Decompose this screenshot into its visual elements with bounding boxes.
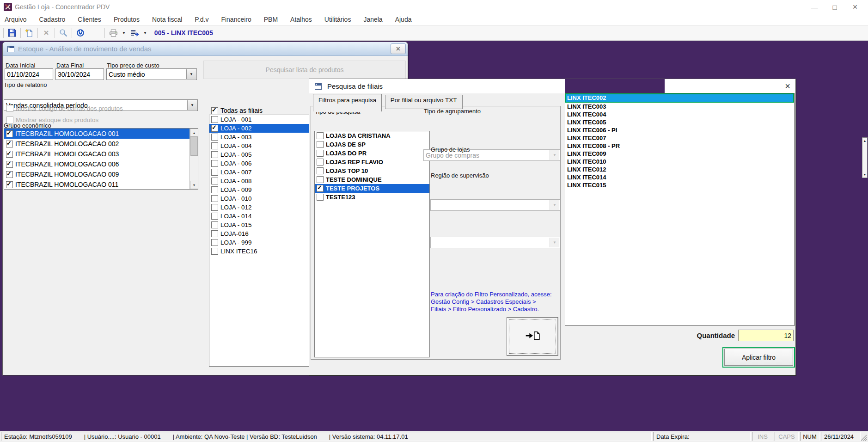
estoque-title-bar[interactable]: Estoque - Análise de movimento de vendas bbox=[3, 42, 408, 56]
menu-item[interactable]: Janela bbox=[363, 16, 382, 23]
data-final-field[interactable]: 30/10/2024 bbox=[55, 68, 104, 80]
checkbox[interactable] bbox=[211, 151, 218, 158]
checkbox[interactable] bbox=[211, 239, 218, 246]
checkbox[interactable] bbox=[211, 107, 218, 114]
menu-item[interactable]: Ajuda bbox=[395, 16, 412, 23]
list-item[interactable]: TESTE DOMINIQUE bbox=[315, 175, 429, 184]
menu-item[interactable]: Utilitários bbox=[324, 16, 351, 23]
list-item[interactable]: LINX ITEC006 - PI bbox=[565, 126, 794, 134]
list-item[interactable]: LINX ITEC015 bbox=[565, 181, 794, 189]
list-item[interactable]: LINX ITEC008 - PR bbox=[565, 142, 794, 150]
list-item[interactable]: LINX ITEC002 bbox=[565, 93, 794, 103]
menu-item[interactable]: Cadastro bbox=[39, 16, 65, 23]
print-icon[interactable] bbox=[106, 27, 120, 39]
menu-item[interactable]: Produtos bbox=[114, 16, 140, 23]
list-item[interactable]: LOJAS TOP 10 bbox=[315, 166, 429, 175]
checkbox[interactable] bbox=[6, 141, 13, 147]
checkbox[interactable] bbox=[211, 116, 218, 123]
list-item[interactable]: LINX ITEC007 bbox=[565, 134, 794, 142]
close-icon[interactable]: × bbox=[846, 0, 864, 14]
checkbox[interactable] bbox=[211, 204, 218, 211]
list-item[interactable]: LINX ITEC004 bbox=[565, 110, 794, 118]
aplicar-filtro-button[interactable]: Aplicar filtro bbox=[722, 347, 795, 368]
list-item[interactable]: ITECBRAZIL HOMOLOGACAO 011 bbox=[4, 179, 198, 190]
list-item[interactable]: ITECBRAZIL HOMOLOGACAO 003 bbox=[4, 149, 198, 159]
list-item[interactable]: LINX ITEC005 bbox=[565, 118, 794, 126]
checkbox[interactable] bbox=[211, 134, 218, 141]
checkbox[interactable] bbox=[317, 150, 324, 157]
checkbox[interactable] bbox=[317, 176, 324, 183]
scrollbar-thumb[interactable] bbox=[190, 136, 198, 156]
export-list-icon[interactable] bbox=[128, 27, 141, 39]
menu-item[interactable]: Clientes bbox=[78, 16, 101, 23]
mdi-scrollbar-fragment[interactable]: ▲ ▼ bbox=[862, 137, 868, 178]
resize-grip[interactable] bbox=[861, 435, 867, 442]
checkbox[interactable] bbox=[6, 171, 13, 178]
dialog-close-icon[interactable]: × bbox=[781, 80, 794, 92]
delete-icon[interactable]: × bbox=[39, 27, 53, 39]
estoque-close-icon[interactable]: × bbox=[391, 43, 406, 54]
checkbox[interactable] bbox=[211, 195, 218, 202]
list-item[interactable]: ITECBRAZIL HOMOLOGACAO 002 bbox=[4, 139, 198, 149]
menu-item[interactable]: Arquivo bbox=[5, 16, 26, 23]
checkbox[interactable] bbox=[211, 221, 218, 228]
checkbox[interactable] bbox=[211, 213, 218, 220]
print-dropdown-arrow-icon[interactable]: ▼ bbox=[122, 31, 126, 35]
list-item[interactable]: ITECBRAZIL HOMOLOGACAO 006 bbox=[4, 159, 198, 169]
checkbox[interactable] bbox=[211, 178, 218, 184]
list-item[interactable]: ITECBRAZIL HOMOLOGACAO 009 bbox=[4, 169, 198, 179]
chevron-down-icon[interactable]: ▼ bbox=[186, 69, 196, 79]
list-item[interactable]: LINX ITEC010 bbox=[565, 158, 794, 166]
menu-item[interactable]: P.d.v bbox=[195, 16, 208, 23]
checkbox[interactable] bbox=[6, 181, 13, 188]
checkbox[interactable] bbox=[211, 125, 218, 132]
todas-filiais-checkbox[interactable]: Todas as filiais bbox=[210, 107, 263, 114]
scroll-up-icon[interactable]: ▲ bbox=[190, 129, 198, 137]
scrollbar[interactable]: ▲ ▼ bbox=[189, 129, 198, 189]
list-item[interactable]: LINX ITEC003 bbox=[565, 103, 794, 110]
menu-item[interactable]: Nota fiscal bbox=[152, 16, 182, 23]
menu-item[interactable]: Atalhos bbox=[290, 16, 312, 23]
search-icon[interactable] bbox=[56, 27, 70, 39]
list-item[interactable]: TESTE PROJETOS bbox=[315, 184, 429, 193]
list-item[interactable]: LOJAS DO PR bbox=[315, 149, 429, 158]
tab-por-filial-ou-arquivo-txt[interactable]: Por filial ou arquivo TXT bbox=[385, 95, 463, 109]
scroll-down-icon[interactable]: ▼ bbox=[863, 173, 867, 176]
checkbox[interactable] bbox=[211, 230, 218, 237]
tab-filtros-para-pesquisa[interactable]: Filtros para pesquisa bbox=[313, 94, 382, 112]
checkbox[interactable] bbox=[317, 194, 324, 201]
power-icon[interactable] bbox=[73, 27, 87, 39]
checkbox[interactable] bbox=[6, 151, 13, 158]
checkbox[interactable] bbox=[211, 186, 218, 193]
checkbox[interactable] bbox=[317, 141, 324, 148]
checkbox[interactable] bbox=[317, 132, 324, 139]
minimize-icon[interactable]: — bbox=[805, 0, 824, 14]
maximize-icon[interactable]: □ bbox=[825, 0, 844, 14]
chevron-down-icon[interactable]: ▼ bbox=[187, 100, 197, 110]
checkbox[interactable] bbox=[317, 167, 324, 174]
transfer-to-list-button[interactable] bbox=[507, 317, 558, 356]
list-item[interactable]: ITECBRAZIL HOMOLOGACAO 001 bbox=[4, 129, 198, 139]
tipo-preco-custo-select[interactable]: Custo médio ▼ bbox=[106, 68, 197, 80]
checkbox[interactable] bbox=[211, 142, 218, 149]
checkbox[interactable] bbox=[211, 160, 218, 167]
scroll-up-icon[interactable]: ▲ bbox=[863, 139, 867, 142]
save-icon[interactable] bbox=[5, 27, 19, 39]
checkbox[interactable] bbox=[6, 161, 13, 168]
export-dropdown-arrow-icon[interactable]: ▼ bbox=[143, 31, 147, 35]
list-item[interactable]: LOJAS REP FLAVIO bbox=[315, 158, 429, 166]
checkbox[interactable] bbox=[317, 159, 324, 166]
list-item[interactable]: LINX ITEC009 bbox=[565, 150, 794, 158]
menu-item[interactable]: PBM bbox=[264, 16, 278, 23]
menu-item[interactable]: Financeiro bbox=[221, 16, 251, 23]
list-item[interactable]: LINX ITEC014 bbox=[565, 173, 794, 181]
data-inicial-field[interactable]: 01/10/2024 bbox=[5, 68, 53, 80]
list-item[interactable]: LINX ITEC012 bbox=[565, 166, 794, 173]
checkbox[interactable] bbox=[6, 130, 13, 137]
list-item[interactable]: LOJAS DE SP bbox=[315, 140, 429, 149]
scroll-down-icon[interactable]: ▼ bbox=[190, 181, 198, 189]
list-item[interactable]: LOJAS DA CRISTIANA bbox=[315, 131, 429, 140]
checkbox[interactable] bbox=[317, 185, 324, 192]
list-item[interactable]: TESTE123 bbox=[315, 193, 429, 202]
checkbox[interactable] bbox=[211, 248, 218, 255]
